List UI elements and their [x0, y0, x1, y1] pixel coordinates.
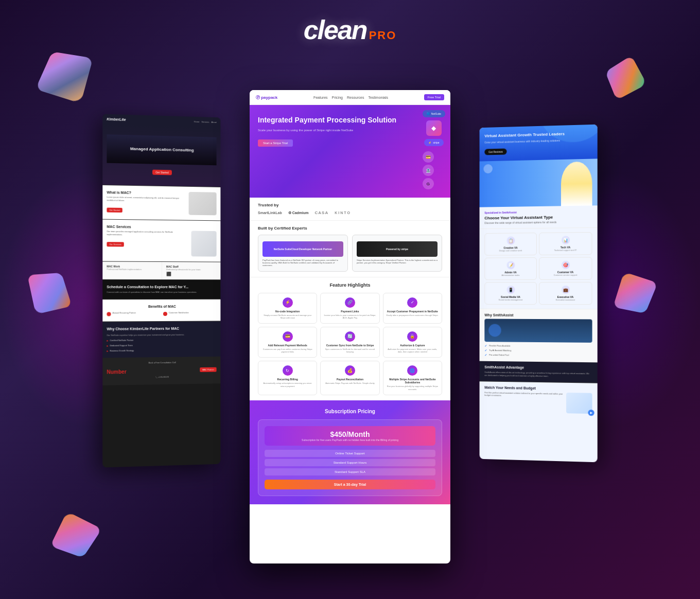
sc-hero-sub: Scale your business by using the power o…: [258, 129, 396, 132]
center-logo: ◆: [426, 120, 442, 136]
feature-no-code: ⚡ No-code Integration Simply connect Net…: [258, 293, 317, 324]
sl-benefits-title: Benefits of MAC: [107, 304, 216, 308]
logo-clean-text: clean: [304, 14, 367, 45]
sc-certified-title: Built by Certified Experts: [258, 226, 442, 231]
sl-what-img: [189, 192, 217, 215]
sc-center-nav: Ⓟ paypack Features Pricing Resources Tes…: [250, 90, 450, 105]
stripe-badge: ⚡stripe: [424, 139, 443, 146]
sc-trusted-logos: SmartLinkLab ⚙ Cadmium CASA KINTO: [258, 210, 442, 215]
sr-why-title: Why SmithAssist: [484, 313, 592, 318]
pricing-features: Online Ticket Support Standard Support H…: [265, 450, 435, 475]
sr-person-area: [480, 159, 598, 207]
sc-pricing-title: Subscription Pricing: [258, 409, 442, 414]
screenshot-left: KimberLite Home Services About Managed A…: [102, 114, 220, 468]
sr-va-card-5: 📱 Social Media VA Social media managemen…: [484, 282, 537, 305]
sl-services-btn[interactable]: Our Services: [107, 242, 124, 246]
sr-bottom-desc: Find the perfect virtual assistant solut…: [484, 391, 563, 398]
sc-certified: Built by Certified Experts NetSuite Suit…: [250, 221, 450, 277]
logo: clean PRO: [304, 14, 397, 45]
sc-features-title: Feature Highlights: [258, 283, 442, 288]
sr-advantage: SmithAssist Advantage SmithAssist offers…: [480, 361, 598, 383]
sr-why-img: [484, 319, 592, 343]
sr-va-card-6: 💼 Executive VA Executive assistance: [539, 282, 592, 305]
sl-footer-cta: Book a Free Consultation Call Number MAC…: [102, 356, 220, 385]
sc-features-grid: ⚡ No-code Integration Simply connect Net…: [258, 293, 442, 395]
sl-services-title: MAC Services: [107, 225, 216, 230]
sr-specialist-tag: Specialized in SmithAssist: [484, 210, 592, 215]
feature-payout: 💰 Payout Reconciliation Automatic Stripe…: [320, 361, 379, 395]
sl-services-img: [191, 231, 217, 257]
sl-benefits: Benefits of MAC Annual Recurring Partner…: [102, 299, 220, 322]
sl-schedule-title: Schedule a Consultation to Explore MAC f…: [107, 285, 216, 289]
feature-prepayment: ✓ Accept Customer Prepayment in NetSuite…: [383, 293, 442, 324]
cube-mid-left: [27, 273, 72, 314]
sc-certified-cards: NetSuite SuiteCloud Developer Network Pa…: [258, 235, 442, 272]
sr-why: Why SmithAssist Flexible Plans Available…: [480, 309, 598, 363]
sr-va-card-3: 📝 Admin VA Administrative tasks: [484, 257, 537, 280]
sr-va-cards: 📋 Creative VA Design and creative work 📊…: [480, 228, 598, 310]
cube-top-left: [36, 51, 93, 103]
cert-card-stripe: Powered by stripe Stripe Services Implem…: [352, 235, 442, 272]
sc-features: Feature Highlights ⚡ No-code Integration…: [250, 277, 450, 400]
sr-specialist: Specialized in SmithAssist Choose Your V…: [480, 206, 598, 230]
logo-pro-text: PRO: [369, 29, 397, 42]
sl-two-col: MAC Work Professional NetSuite implement…: [102, 261, 220, 280]
feature-multi-stripe: 🌐 Multiple Stripe Accounts and NetSuite …: [383, 361, 442, 395]
sr-specialist-desc: Discover the wide range of virtual assis…: [484, 220, 592, 225]
price-value: $450/Month: [269, 430, 431, 438]
screenshot-right: Virtual Assistant Growth Trusted Leaders…: [480, 125, 598, 463]
cube-mid-right: [613, 272, 658, 313]
cube-bottom-left: [50, 512, 102, 558]
pricing-feature-1: Online Ticket Support: [265, 450, 435, 457]
sr-specialist-title: Choose Your Virtual Assistant Type: [484, 215, 592, 221]
sl-cta[interactable]: Get Started: [152, 170, 171, 175]
sr-hero: Virtual Assistant Growth Trusted Leaders…: [480, 125, 598, 162]
sr-play-btn[interactable]: ▶: [588, 409, 594, 415]
feature-payment-methods: 💳 Add Relevant Payment Methods Customers…: [258, 327, 317, 358]
sl-why-choose: Why Choose KimberLite Partners for MAC O…: [102, 321, 220, 358]
sr-why-list: Flexible Plans Available Try AI Assisted…: [484, 344, 592, 358]
sc-nav-cta[interactable]: Free Trial: [424, 94, 444, 100]
feature-customer-sync: 🔄 Customer Sync from NetSuite to Stripe …: [320, 327, 379, 358]
sl-services: MAC Services Our team provides managed a…: [102, 220, 220, 262]
sr-bottom-title: Match Your Needs and Budget: [484, 385, 592, 391]
sr-va-card-1: 📋 Creative VA Design and creative work: [484, 233, 537, 256]
screenshot-center: Ⓟ paypack Features Pricing Resources Tes…: [250, 90, 450, 563]
sc-pricing: Subscription Pricing $450/Month Subscrip…: [250, 400, 450, 504]
pricing-feature-2: Standard Support Hours: [265, 459, 435, 466]
sr-va-card-2: 📊 Tech VA Technical support and IT: [539, 232, 592, 255]
sl-hero: Managed Application Consulting Get Start…: [102, 124, 220, 187]
sl-what-btn[interactable]: Get Started: [107, 208, 122, 213]
sr-bottom-img: ▶: [566, 393, 592, 414]
sc-trusted-title: Trusted by: [258, 203, 442, 207]
price-desc: Subscription for five users PayPack with…: [269, 438, 431, 442]
sr-hero-sub: Grow your virtual assistant business wit…: [484, 138, 592, 144]
sc-hero-cta[interactable]: Start a Stripe Trial: [258, 139, 293, 147]
feature-recurring: ↻ Recurring Billing Automatically setup …: [258, 361, 317, 395]
sl-what-desc: Lorem ipsum dolor sit amet, consectetur …: [107, 196, 185, 203]
feature-auth-capture: 🔒 Authorize & Capture Authorize the paym…: [383, 327, 442, 358]
sl-what-title: What is MAC?: [107, 190, 185, 196]
sl-services-desc: Our team provides managed application co…: [107, 230, 188, 237]
sl-hero-title: Managed Application Consulting: [130, 147, 194, 153]
sc-trusted: Trusted by SmartLinkLab ⚙ Cadmium CASA K…: [250, 198, 450, 221]
sr-bottom: Match Your Needs and Budget Find the per…: [480, 381, 598, 418]
pricing-cta[interactable]: Start a 30-day Trial: [265, 480, 435, 489]
pricing-feature-3: Standard Support SLA: [265, 468, 435, 475]
sl-footer-btn[interactable]: MAC Partner: [200, 367, 216, 372]
sl-what-is-mac: What is MAC? Lorem ipsum dolor sit amet,…: [102, 185, 220, 221]
screenshots-container: KimberLite Home Services About Managed A…: [118, 90, 582, 553]
sl-number: Number: [107, 369, 126, 375]
cert-card-netsuite: NetSuite SuiteCloud Developer Network Pa…: [258, 235, 348, 272]
pricing-card: $450/Month Subscription for five users P…: [258, 419, 442, 496]
sr-hero-cta[interactable]: Get Reviews: [484, 149, 507, 155]
sr-va-card-4: 🎯 Customer VA Customer service support: [539, 257, 592, 280]
header: clean PRO: [0, 0, 700, 56]
feature-payment-links: 🔗 Payment Links Invoice your links to yo…: [320, 293, 379, 324]
sc-hero: Integrated Payment Processing Solution S…: [250, 105, 450, 198]
price-main: $450/Month Subscription for five users P…: [265, 426, 435, 446]
sl-logo: KimberLite: [107, 117, 126, 121]
sc-hero-visual: 🟦NetSuite ◆ ⚡stripe 💳: [423, 110, 445, 189]
sl-why-title: Why Choose KimberLite Partners for MAC: [107, 326, 216, 330]
sl-schedule: Schedule a Consultation to Explore MAC f…: [102, 280, 220, 299]
